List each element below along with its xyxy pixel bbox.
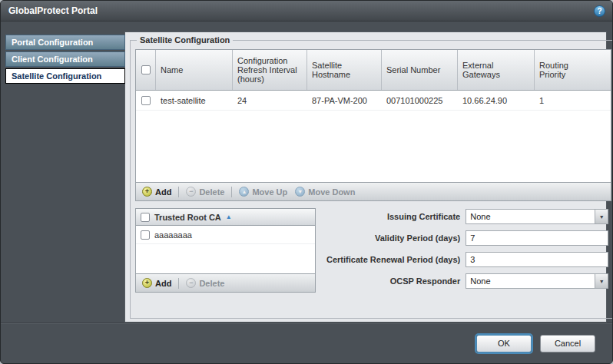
issuing-certificate-label: Issuing Certificate [387, 212, 460, 221]
issuing-certificate-value: None [466, 210, 595, 223]
validity-period-input[interactable] [466, 230, 608, 246]
ca-table-row[interactable]: aaaaaaaa [136, 226, 315, 244]
cert-renewal-input[interactable] [466, 252, 608, 267]
table-row[interactable]: test-satellite 24 87-PA-VM-200 007101000… [136, 91, 611, 111]
cell-external-gateways: 10.66.24.90 [458, 96, 535, 105]
window-title: GlobalProtect Portal [8, 5, 98, 16]
select-all-checkbox[interactable] [141, 65, 151, 74]
table-empty-area [136, 111, 611, 182]
ocsp-responder-select[interactable]: None ▼ [466, 273, 608, 289]
ocsp-responder-value: None [466, 274, 595, 288]
move-up-button-label: Move Up [252, 187, 287, 197]
cert-renewal-label: Certificate Renewal Period (days) [326, 255, 460, 264]
sidebar-item-portal-configuration[interactable]: Portal Configuration [5, 35, 125, 50]
toolbar-separator [178, 278, 179, 289]
add-button-label: Add [155, 187, 171, 197]
satellite-table-header: Name Configuration Refresh Interval (hou… [136, 50, 611, 91]
row-checkbox[interactable] [141, 96, 151, 105]
certificate-form: Issuing Certificate None ▼ Validity Peri… [326, 208, 611, 295]
satellite-table: Name Configuration Refresh Interval (hou… [135, 49, 611, 183]
cell-routing-priority: 1 [535, 96, 597, 105]
form-row-validity-period: Validity Period (days) [326, 230, 608, 246]
column-header-name[interactable]: Name [156, 50, 233, 90]
ca-table-empty-area [136, 244, 315, 273]
move-up-button[interactable]: ▲ Move Up [237, 187, 290, 197]
toolbar-separator [178, 187, 179, 197]
sidebar-item-satellite-configuration[interactable]: Satellite Configuration [5, 68, 125, 84]
cert-renewal-widget [466, 252, 608, 267]
chevron-down-icon: ▼ [595, 274, 608, 288]
ca-add-button-label: Add [155, 279, 171, 288]
trusted-root-ca-header[interactable]: Trusted Root CA ▲ [136, 209, 315, 226]
validity-period-widget [466, 230, 608, 246]
cell-refresh-interval: 24 [233, 96, 307, 105]
ca-delete-button-label: Delete [199, 279, 224, 288]
column-header-external-gateways[interactable]: External Gateways [458, 50, 535, 90]
ca-add-button[interactable]: + Add [140, 278, 174, 288]
delete-icon: − [186, 278, 196, 288]
move-down-button-label: Move Down [308, 187, 355, 197]
column-header-satellite-hostname[interactable]: Satellite Hostname [307, 50, 382, 90]
sidebar: Portal Configuration Client Configuratio… [5, 35, 125, 85]
ca-delete-button[interactable]: − Delete [184, 278, 227, 288]
cell-serial-number: 007101000225 [382, 96, 458, 105]
ocsp-responder-label: OCSP Responder [390, 276, 461, 286]
satellite-table-toolbar: + Add − Delete ▲ Move Up ▼ Move Down [135, 183, 611, 201]
ok-button[interactable]: OK [476, 335, 532, 352]
row-checkbox-cell [136, 96, 156, 105]
column-header-refresh-interval[interactable]: Configuration Refresh Interval (hours) [233, 50, 307, 90]
form-row-issuing-certificate: Issuing Certificate None ▼ [326, 209, 608, 224]
move-up-icon: ▲ [239, 187, 249, 197]
globalprotect-portal-window: GlobalProtect Portal ? Portal Configurat… [0, 0, 613, 364]
column-header-routing-priority[interactable]: Routing Priority [535, 50, 597, 90]
move-down-icon: ▼ [295, 187, 305, 197]
issuing-certificate-select[interactable]: None ▼ [466, 209, 608, 224]
dialog-footer: OK Cancel [1, 323, 612, 363]
delete-button-label: Delete [199, 187, 224, 197]
cell-name: test-satellite [156, 96, 233, 105]
lower-section: Trusted Root CA ▲ aaaaaaaa + Add [135, 208, 611, 295]
ca-row-checkbox[interactable] [141, 230, 150, 240]
cancel-button[interactable]: Cancel [540, 335, 595, 352]
delete-button[interactable]: − Delete [184, 187, 227, 197]
section-title: Satellite Configuration [137, 35, 233, 45]
ca-table-toolbar: + Add − Delete [135, 274, 316, 293]
add-icon: + [142, 278, 152, 288]
add-button[interactable]: + Add [140, 187, 174, 197]
header-checkbox-cell [136, 50, 156, 90]
toolbar-separator [231, 187, 232, 197]
titlebar: GlobalProtect Portal ? [1, 1, 612, 22]
cell-satellite-hostname: 87-PA-VM-200 [307, 96, 382, 105]
satellite-configuration-group: Satellite Configuration Name Configurati… [130, 35, 613, 319]
move-down-button[interactable]: ▼ Move Down [293, 187, 357, 197]
ca-cell-name: aaaaaaaa [154, 230, 192, 240]
form-row-cert-renewal: Certificate Renewal Period (days) [326, 252, 608, 267]
ca-select-all-checkbox[interactable] [141, 213, 150, 222]
main-panel: Satellite Configuration Name Configurati… [124, 31, 607, 323]
chevron-down-icon: ▼ [595, 210, 608, 223]
add-icon: + [142, 187, 152, 197]
help-icon[interactable]: ? [594, 5, 605, 17]
trusted-root-ca-header-label: Trusted Root CA [154, 213, 221, 222]
trusted-root-ca-table: Trusted Root CA ▲ aaaaaaaa [135, 208, 316, 274]
validity-period-label: Validity Period (days) [375, 233, 460, 243]
delete-icon: − [186, 187, 196, 197]
column-header-serial-number[interactable]: Serial Number [382, 50, 458, 90]
trusted-root-ca-box: Trusted Root CA ▲ aaaaaaaa + Add [135, 208, 316, 295]
sidebar-item-client-configuration[interactable]: Client Configuration [5, 51, 125, 67]
form-row-ocsp-responder: OCSP Responder None ▼ [326, 273, 608, 289]
sort-ascending-icon: ▲ [226, 213, 232, 220]
